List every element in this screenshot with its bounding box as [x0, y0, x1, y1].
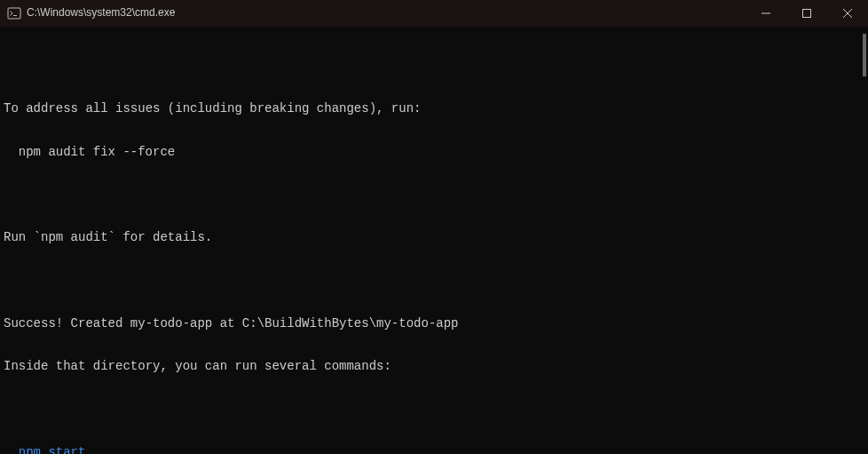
cmd-icon: [7, 6, 21, 20]
titlebar-left: C:\Windows\system32\cmd.exe: [0, 6, 175, 20]
output-line: Inside that directory, you can run sever…: [4, 359, 864, 373]
output-line: npm audit fix --force: [4, 145, 864, 159]
svg-rect-0: [8, 8, 20, 19]
minimize-button[interactable]: [746, 0, 786, 27]
output-line: To address all issues (including breakin…: [4, 101, 864, 115]
window-title: C:\Windows\system32\cmd.exe: [27, 7, 175, 20]
window-titlebar: C:\Windows\system32\cmd.exe: [0, 0, 868, 27]
svg-rect-3: [803, 10, 811, 18]
command-text: npm start: [19, 445, 86, 454]
close-button[interactable]: [827, 0, 868, 27]
maximize-button[interactable]: [786, 0, 827, 27]
output-line: Run `npm audit` for details.: [4, 230, 864, 244]
output-line: Success! Created my-todo-app at C:\Build…: [4, 316, 864, 331]
terminal-output[interactable]: To address all issues (including breakin…: [0, 27, 868, 454]
window-controls: [746, 0, 868, 27]
scrollbar-thumb[interactable]: [863, 34, 866, 76]
